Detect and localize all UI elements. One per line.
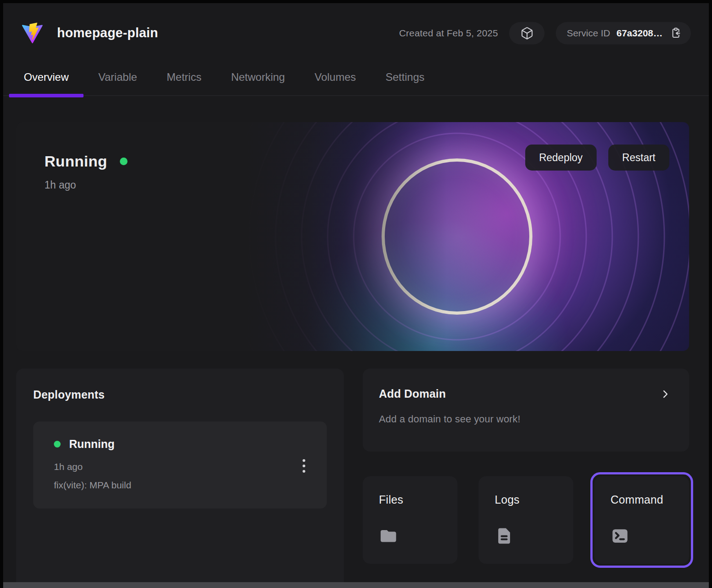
deployment-list-item[interactable]: Running 1h ago fix(vite): MPA build — [33, 421, 327, 509]
banner-actions: Redeploy Restart — [525, 145, 669, 171]
files-card-label: Files — [379, 493, 457, 506]
deployments-title: Deployments — [33, 388, 327, 401]
document-icon — [495, 527, 514, 545]
chevron-right-icon — [659, 388, 671, 400]
service-id-value: 67a3208… — [616, 28, 663, 39]
redeploy-button[interactable]: Redeploy — [525, 145, 597, 171]
logs-card[interactable]: Logs — [479, 476, 573, 564]
files-card[interactable]: Files — [363, 476, 457, 564]
add-domain-card[interactable]: Add Domain Add a domain to see your work… — [363, 369, 689, 452]
service-status-text: Running — [44, 153, 107, 170]
command-card-label: Command — [611, 493, 689, 506]
terminal-icon — [611, 527, 629, 545]
tab-volumes[interactable]: Volumes — [300, 63, 371, 95]
tab-networking[interactable]: Networking — [216, 63, 300, 95]
header-right: Created at Feb 5, 2025 Service ID 67a320… — [399, 22, 691, 44]
command-card[interactable]: Command — [594, 476, 689, 564]
tab-settings[interactable]: Settings — [371, 63, 440, 95]
deployment-commit-message: fix(vite): MPA build — [54, 480, 311, 491]
logs-card-label: Logs — [495, 493, 573, 506]
created-at-text: Created at Feb 5, 2025 — [399, 28, 498, 39]
deployments-card: Deployments Running 1h ago fix(vite): MP… — [16, 369, 344, 588]
tab-overview[interactable]: Overview — [9, 63, 84, 95]
service-dashboard-page: homepage-plain Created at Feb 5, 2025 Se… — [3, 3, 709, 588]
quick-actions-row: Files Logs — [363, 476, 689, 564]
tab-metrics[interactable]: Metrics — [152, 63, 216, 95]
deployment-time: 1h ago — [54, 461, 311, 472]
deployment-menu-button[interactable] — [300, 456, 308, 475]
page-title: homepage-plain — [57, 26, 158, 40]
tab-variable[interactable]: Variable — [84, 63, 152, 95]
kebab-dot — [303, 459, 305, 462]
header: homepage-plain Created at Feb 5, 2025 Se… — [3, 3, 709, 63]
lower-grid: Deployments Running 1h ago fix(vite): MP… — [16, 369, 689, 588]
restart-button[interactable]: Restart — [608, 145, 669, 171]
clipboard-copy-icon — [670, 27, 682, 39]
right-column: Add Domain Add a domain to see your work… — [363, 369, 689, 588]
add-domain-title: Add Domain — [379, 387, 446, 400]
tab-bar: Overview Variable Metrics Networking Vol… — [3, 63, 709, 96]
box-icon — [520, 26, 534, 40]
vite-logo-icon — [22, 22, 43, 44]
service-status-block: Running 1h ago — [44, 153, 127, 191]
service-id-pill[interactable]: Service ID 67a3208… — [556, 22, 691, 44]
status-green-dot — [120, 158, 127, 165]
folder-icon — [379, 527, 398, 545]
content-area: Running 1h ago Redeploy Restart Deployme… — [3, 122, 709, 588]
service-status-time: 1h ago — [44, 179, 127, 191]
service-id-label: Service ID — [567, 28, 610, 39]
deployment-status-dot — [54, 441, 61, 448]
deployment-status-text: Running — [69, 438, 114, 451]
kebab-dot — [303, 470, 305, 473]
bottom-panel-edge — [3, 582, 709, 588]
service-hero-banner: Running 1h ago Redeploy Restart — [16, 122, 689, 351]
add-domain-subtitle: Add a domain to see your work! — [379, 413, 671, 425]
command-card-highlight: Command — [594, 476, 689, 564]
kebab-dot — [303, 465, 305, 467]
box-button[interactable] — [509, 22, 545, 44]
